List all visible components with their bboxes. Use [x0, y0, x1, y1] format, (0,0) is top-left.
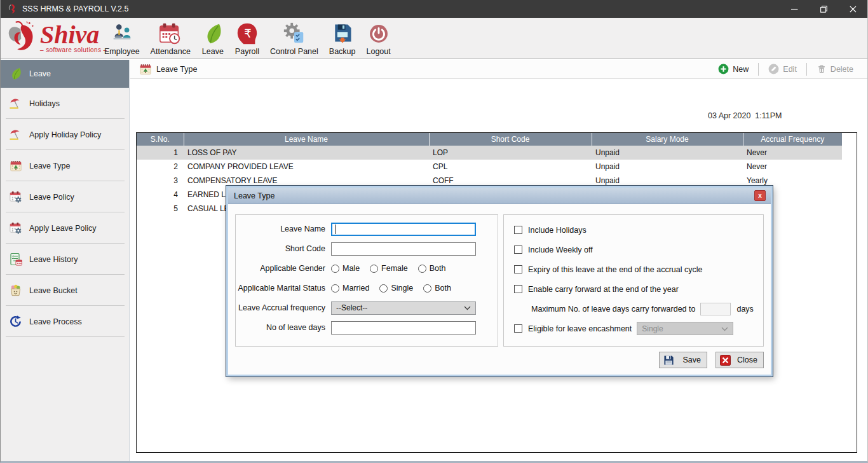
cell-salary_mode: Unpaid	[592, 146, 743, 160]
sidebar-item-apply-holiday-policy[interactable]: Apply Holiday Policy	[1, 119, 129, 150]
checkbox-eligible-for-leave-encashment[interactable]: Eligible for leave encashment Single	[514, 319, 763, 338]
applicable-marital-status-label: Applicable Marital Status	[236, 284, 331, 293]
checkbox-icon	[514, 285, 522, 293]
marital-option-both[interactable]: Both	[423, 284, 451, 293]
cell-sno: 1	[137, 146, 184, 160]
svg-text:₹: ₹	[244, 27, 251, 40]
toolbar-item-payroll[interactable]: ₹Payroll	[235, 21, 259, 56]
text-caret	[335, 225, 336, 234]
record-actions: NewEditDelete	[718, 63, 853, 76]
gender-option-male[interactable]: Male	[331, 264, 360, 273]
dialog-body: Leave Name Short Code Applicable Gender …	[228, 204, 771, 374]
toolbar-item-employee[interactable]: Employee	[104, 21, 140, 56]
history-icon	[7, 251, 24, 268]
gender-radio-group: MaleFemaleBoth	[331, 264, 456, 273]
toolbar-item-leave[interactable]: Leave	[201, 21, 224, 56]
col-header-sno[interactable]: S.No.	[137, 133, 184, 146]
radio-icon	[418, 265, 426, 273]
radio-label: Both	[435, 284, 451, 293]
leave-type-icon	[139, 63, 152, 76]
radio-icon	[423, 284, 431, 293]
sidebar-item-leave-bucket[interactable]: Leave Bucket	[1, 275, 129, 306]
sidebar-item-apply-leave-policy[interactable]: Apply Leave Policy	[1, 212, 129, 244]
sidebar-item-leave[interactable]: Leave	[1, 60, 129, 88]
sidebar-item-leave-history[interactable]: Leave History	[1, 244, 129, 275]
delete-button[interactable]: Delete	[817, 64, 853, 74]
toolbar-item-backup[interactable]: Backup	[329, 21, 356, 56]
col-header-short-code[interactable]: Short Code	[429, 133, 592, 146]
accrual-frequency-row: Leave Accrual frequency --Select--	[236, 301, 498, 315]
sidebar-item-leave-process[interactable]: Leave Process	[1, 306, 129, 337]
save-button[interactable]: Save	[659, 352, 707, 368]
gender-option-both[interactable]: Both	[418, 264, 446, 273]
minimize-button[interactable]	[780, 0, 809, 18]
carry-forward-label: Maximum No. of leave days carry forwarde…	[531, 305, 695, 314]
cell-short_code: LOP	[429, 146, 592, 160]
sidebar-item-holidays[interactable]: Holidays	[1, 88, 129, 119]
no-of-leave-days-input[interactable]	[331, 321, 476, 335]
table-row[interactable]: 1LOSS OF PAYLOPUnpaidNever	[137, 146, 842, 160]
toolbar-item-logout[interactable]: Logout	[367, 21, 391, 56]
leave-name-input[interactable]	[331, 223, 476, 236]
checkbox-label: Expiry of this leave at the end of the a…	[528, 265, 702, 274]
col-header-salary-mode[interactable]: Salary Mode	[592, 133, 743, 146]
marital-row: Applicable Marital Status MarriedSingleB…	[236, 281, 498, 295]
table-row[interactable]: 2COMPANY PROVIDED LEAVECPLUnpaidNever	[137, 160, 842, 174]
sidebar-item-leave-type[interactable]: Leave Type	[1, 150, 129, 181]
col-header-leave-name[interactable]: Leave Name	[184, 133, 429, 146]
sidebar-item-leave-policy[interactable]: Leave Policy	[1, 181, 129, 212]
short-code-label: Short Code	[236, 244, 331, 253]
gender-option-female[interactable]: Female	[370, 264, 408, 273]
breadcrumb: Leave Type	[139, 63, 197, 76]
toolbar-item-control-panel[interactable]: Control Panel	[270, 21, 318, 56]
app-window: SSS HRMS & PAYROLL V.2.5 Shiva – softwar…	[0, 0, 868, 463]
radio-label: Married	[342, 284, 369, 293]
save-label: Save	[683, 356, 702, 364]
checkbox-icon	[514, 245, 522, 254]
col-header-accrual-frequency[interactable]: Accrual Frequency	[743, 133, 842, 146]
dialog-titlebar[interactable]: Leave Type x	[228, 188, 771, 204]
close-label: Close	[737, 356, 757, 364]
checkbox-label: Enable carry forward at the end of the y…	[528, 285, 679, 294]
toolbar-item-attendance[interactable]: Attendance	[151, 21, 191, 56]
maximize-button[interactable]	[809, 0, 838, 18]
leave-icon	[201, 21, 224, 46]
marital-option-married[interactable]: Married	[331, 284, 369, 293]
actionbar: Leave Type NewEditDelete	[130, 60, 867, 79]
calendar-tree-icon	[7, 158, 24, 174]
carry-forward-days-input[interactable]	[700, 303, 731, 315]
close-icon	[720, 355, 731, 366]
leave-days-row: No of leave days	[236, 321, 498, 335]
checkbox-include-holidays[interactable]: Include Holidays	[514, 220, 763, 240]
new-button[interactable]: New	[718, 64, 749, 74]
edit-button[interactable]: Edit	[768, 64, 797, 74]
carry-forward-row: Maximum No. of leave days carry forwarde…	[514, 299, 763, 319]
new-icon	[718, 64, 729, 74]
checkbox-expiry-of-this-leave-at-the-end-of-the-accrual-cycle[interactable]: Expiry of this leave at the end of the a…	[514, 259, 763, 279]
employee-icon	[110, 21, 134, 46]
checkbox-enable-carry-forward-at-the-end-of-the-year[interactable]: Enable carry forward at the end of the y…	[514, 279, 763, 299]
dialog-close-button[interactable]: x	[754, 190, 766, 201]
checkbox-icon	[514, 324, 522, 333]
shiva-mark-icon	[6, 20, 39, 55]
days-label: days	[736, 305, 753, 314]
accrual-frequency-select[interactable]: --Select--	[331, 301, 476, 315]
marital-option-single[interactable]: Single	[379, 284, 413, 293]
cell-sno: 2	[137, 160, 184, 174]
checkbox-label: Include Weekly off	[528, 245, 593, 254]
action-label: Delete	[831, 65, 853, 74]
sidebar: LeaveHolidaysApply Holiday PolicyLeave T…	[1, 60, 130, 461]
leave-name-label: Leave Name	[236, 225, 331, 233]
main-toolbar: Shiva – software solutions – EmployeeAtt…	[1, 18, 867, 59]
close-button[interactable]: Close	[715, 352, 764, 368]
encashment-type-select[interactable]: Single	[637, 322, 733, 335]
sidebar-item-label: Leave Process	[29, 317, 82, 326]
calendar-gear-icon	[7, 189, 24, 205]
titlebar: SSS HRMS & PAYROLL V.2.5	[1, 0, 867, 18]
checkbox-include-weekly-off[interactable]: Include Weekly off	[514, 240, 763, 259]
checkbox-icon	[514, 226, 522, 234]
umbrella-icon	[7, 127, 24, 143]
close-window-button[interactable]	[838, 0, 867, 18]
short-code-input[interactable]	[331, 242, 476, 256]
payroll-icon: ₹	[235, 21, 259, 46]
